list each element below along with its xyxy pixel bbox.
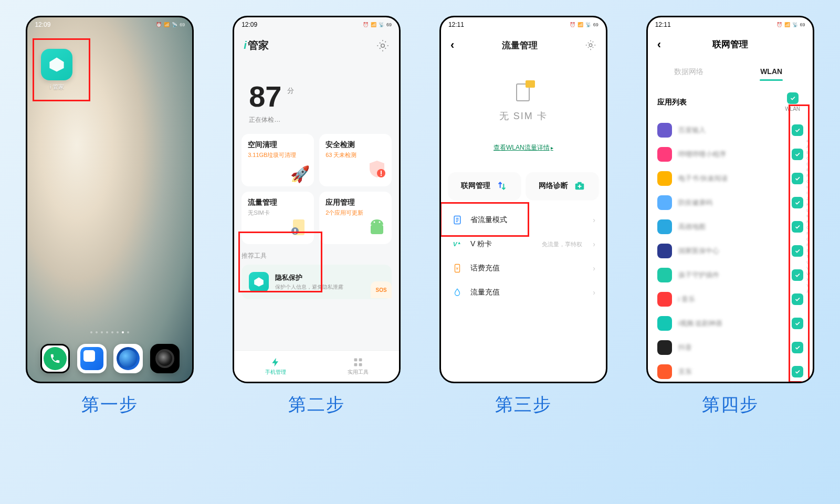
wlan-checkbox[interactable] (792, 173, 803, 184)
app-icon (657, 171, 672, 186)
shield-warning-icon (366, 159, 387, 183)
wlan-checkbox[interactable] (792, 269, 803, 281)
item-label: 省流量模式 (470, 215, 585, 225)
recharge-item[interactable]: ¥ 话费充值 › (441, 256, 606, 280)
bottom-tab-bar: 手机管理 实用工具 (234, 350, 399, 382)
svg-rect-19 (578, 182, 581, 184)
app-name: 国家医保中心 (678, 246, 785, 256)
tab-phone-manager[interactable]: 手机管理 (234, 351, 317, 382)
camera-app-icon[interactable] (150, 344, 180, 373)
app-row[interactable]: 防疫健康码 (648, 191, 813, 215)
data-saver-item[interactable]: 省流量模式 › (441, 208, 606, 232)
wlan-checkbox[interactable] (792, 197, 803, 208)
status-time: 12:11 (655, 21, 671, 28)
item-label: V 粉卡 (470, 239, 534, 249)
item-label: 流量充值 (470, 288, 585, 297)
app-row[interactable]: 京东 (648, 360, 813, 383)
step-1-label: 第一步 (81, 393, 138, 417)
card-subtitle: 63 天未检测 (326, 151, 385, 159)
chevron-right-icon: › (593, 240, 595, 248)
browser-app-icon[interactable] (113, 344, 143, 373)
status-icons-right: ⏰ 📶 📡 69 (156, 22, 185, 27)
security-scan-card[interactable]: 安全检测 63 天未检测 (319, 134, 392, 186)
app-row[interactable]: 哔哩哔哩小程序 (648, 142, 813, 166)
svg-point-17 (589, 44, 592, 47)
svg-rect-4 (381, 175, 382, 176)
wlan-checkbox[interactable] (792, 124, 803, 136)
app-row[interactable]: 抖音 (648, 335, 813, 360)
step-3-label: 第三步 (495, 393, 552, 417)
no-sim-text: 无 SIM 卡 (499, 110, 548, 122)
app-name: 孩子守护插件 (678, 270, 785, 280)
privacy-protection-card[interactable]: 隐私保护 保护个人信息，避免隐私泄露 (242, 265, 392, 299)
chevron-right-icon: › (593, 288, 595, 297)
phone-app-icon[interactable] (40, 344, 70, 373)
imanager-app-launcher[interactable]: i 管家 (41, 49, 72, 91)
app-manager-card[interactable]: 应用管理 2个应用可更新 (319, 192, 392, 244)
step-4-label: 第四步 (702, 393, 759, 417)
tutorial-steps-container: 12:09 ⏰ 📶 📡 69 i 管家 (0, 0, 840, 417)
app-row[interactable]: 高德地图 (648, 215, 813, 239)
svg-rect-3 (381, 171, 382, 174)
wlan-checkbox[interactable] (792, 293, 803, 305)
back-button[interactable]: ‹ (657, 38, 661, 51)
app-row[interactable]: 国家医保中心 (648, 239, 813, 263)
app-permission-list[interactable]: 百度输入哔哩哔哩小程序电子书·快速阅读防疫健康码高德地图国家医保中心孩子守护插件… (648, 114, 813, 383)
phone-2-imanager-main: 12:09 ⏰📶📡69 i管家 87 分 正在体检… 空间清理 3.11GB垃圾… (233, 16, 401, 383)
sim-card-icon (512, 80, 535, 103)
app-row[interactable]: 孩子守护插件 (648, 263, 813, 287)
grid-icon (353, 357, 363, 368)
vcard-item[interactable]: V▲ V 粉卡 免流量，享特权 › (441, 232, 606, 256)
messages-app-icon[interactable] (77, 344, 107, 373)
network-management-button[interactable]: 联网管理 (448, 172, 521, 200)
tab-wlan[interactable]: WLAN (730, 67, 813, 81)
app-row[interactable]: i 音乐 (648, 287, 813, 311)
wlan-checkbox[interactable] (792, 366, 803, 377)
page-title: 联网管理 (712, 38, 748, 50)
phone-3-data-manager: 12:11 ⏰📶📡69 ‹ 流量管理 无 SIM 卡 查看WLAN流量详情▸ 联… (439, 16, 607, 383)
app-name: 抖音 (678, 343, 785, 352)
wlan-checkbox[interactable] (792, 221, 803, 233)
tab-mobile-data[interactable]: 数据网络 (648, 67, 730, 81)
alphabet-index-bar[interactable]: #ABCDEFGHIJKLMNOPQRSTUVWXYZ (806, 138, 811, 294)
network-diagnosis-button[interactable]: 网络诊断 (526, 172, 598, 200)
back-button[interactable]: ‹ (450, 38, 454, 52)
settings-gear-icon[interactable] (376, 39, 390, 52)
vcard-icon: V▲ (452, 238, 463, 250)
card-subtitle: 3.11GB垃圾可清理 (248, 151, 308, 159)
wlan-checkbox[interactable] (792, 149, 803, 160)
wlan-checkbox[interactable] (792, 245, 803, 257)
no-sim-display: 无 SIM 卡 (441, 80, 606, 122)
app-row[interactable]: i视频·追剧神器 (648, 311, 813, 335)
wlan-usage-link[interactable]: 查看WLAN流量详情▸ (441, 143, 606, 152)
app-list-header: 应用列表 WLAN (648, 85, 813, 114)
document-icon (452, 214, 463, 226)
wlan-checkbox[interactable] (792, 342, 803, 353)
status-bar: 12:11 ⏰📶📡69 (441, 17, 606, 31)
app-row[interactable]: 百度输入 (648, 118, 813, 142)
sos-card-icon[interactable]: SOS (371, 281, 392, 298)
status-time: 12:09 (35, 21, 50, 28)
tab-utilities[interactable]: 实用工具 (317, 351, 399, 382)
select-all-checkbox[interactable] (787, 92, 799, 104)
app-name: 京东 (678, 367, 785, 376)
page-header: ‹ 联网管理 (648, 31, 813, 58)
settings-gear-icon[interactable] (585, 39, 596, 51)
wlan-checkbox[interactable] (792, 318, 803, 329)
data-recharge-item[interactable]: 流量充值 › (441, 280, 606, 304)
app-icon (657, 244, 672, 258)
svg-rect-14 (359, 358, 362, 361)
storage-cleanup-card[interactable]: 空间清理 3.11GB垃圾可清理 🚀 (242, 134, 314, 186)
status-icons-right: ⏰📶📡69 (776, 22, 805, 27)
card-subtitle: 2个应用可更新 (326, 209, 385, 217)
step-2-column: 12:09 ⏰📶📡69 i管家 87 分 正在体检… 空间清理 3.11GB垃圾… (233, 16, 401, 417)
status-time: 12:09 (242, 21, 257, 28)
app-row[interactable]: 电子书·快速阅读 (648, 166, 813, 191)
button-label: 联网管理 (461, 181, 490, 191)
status-bar: 12:11 ⏰📶📡69 (648, 17, 813, 31)
page-title: 流量管理 (502, 39, 538, 51)
phone-bill-icon: ¥ (452, 262, 463, 274)
data-manager-card[interactable]: 流量管理 无SIM卡 (242, 192, 314, 244)
app-icon (657, 219, 672, 234)
app-icon (657, 147, 672, 162)
